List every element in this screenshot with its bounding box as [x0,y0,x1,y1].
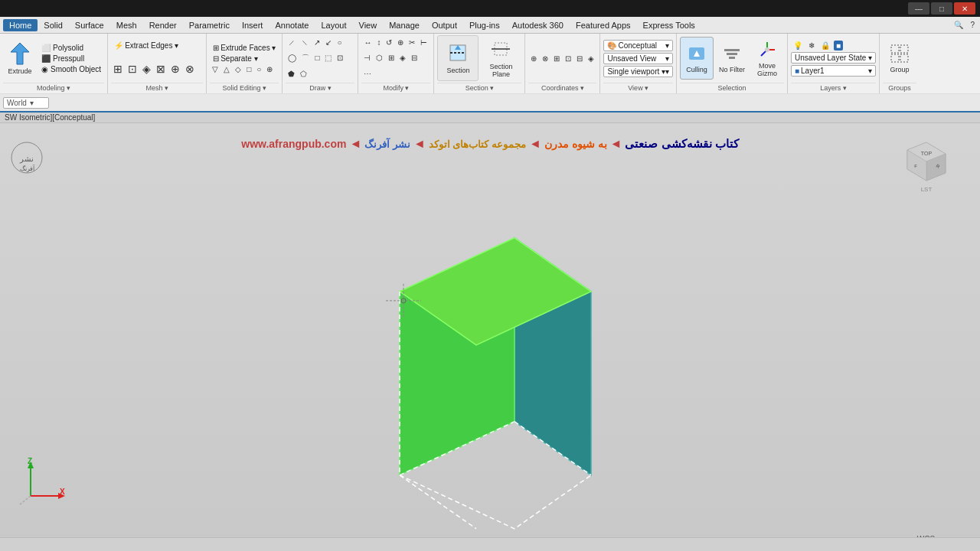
draw-icon3[interactable]: ↗ [312,37,322,47]
visual-style-dropdown[interactable]: 🎨 Conceptual ▾ [603,40,673,51]
smooth-btn[interactable]: ◉ Smooth Object [38,64,104,74]
coord-icon6[interactable]: ◈ [586,54,596,64]
layer-icon3[interactable]: 🔒 [818,41,832,51]
solid-icon2[interactable]: △ [221,64,232,74]
coord-icon1[interactable]: ⊕ [528,54,539,64]
menu-view[interactable]: View [353,19,384,31]
solid-icon3[interactable]: ◇ [233,64,243,74]
group-btn[interactable]: Group [883,37,916,80]
layer-icon4[interactable]: ■ [834,41,843,51]
solid-icon5[interactable]: ○ [254,64,263,74]
menu-output[interactable]: Output [426,19,463,31]
view-label[interactable]: View ▾ [603,83,673,92]
draw-icon8[interactable]: □ [312,53,322,63]
modify-icon1[interactable]: ↔ [361,37,374,47]
draw-icon1[interactable]: ⟋ [286,37,298,47]
modify-label[interactable]: Modify ▾ [361,83,430,92]
solid-editing-label[interactable]: Solid Editing ▾ [210,83,279,92]
mesh-icon5[interactable]: ⊕ [168,62,182,76]
mesh-icon2[interactable]: ⊡ [126,62,139,76]
saved-view-dropdown[interactable]: Unsaved View ▾ [603,53,673,64]
coordinates-label[interactable]: Coordinates ▾ [528,83,596,92]
viewport-dropdown[interactable]: Single viewport ▾ ▾ [603,66,673,77]
coord-icon2[interactable]: ⊗ [540,54,550,64]
solid-icon4[interactable]: □ [244,64,253,74]
maximize-btn[interactable]: □ [931,2,952,15]
modify-icon5[interactable]: ✂ [407,37,417,47]
draw-icon6[interactable]: ◯ [286,53,299,63]
menu-parametric[interactable]: Parametric [183,19,236,31]
mesh-icon3[interactable]: ◈ [140,62,153,76]
modify-icon8[interactable]: ⬡ [374,53,385,63]
menu-layout[interactable]: Layout [315,19,352,31]
menu-render[interactable]: Render [143,19,183,31]
layer-dropdown[interactable]: ■ Layer1 ▾ [791,65,876,77]
modify-icon11[interactable]: ⊟ [409,53,420,63]
modeling-label[interactable]: Modeling ▾ [3,83,104,92]
menu-home[interactable]: Home [3,19,38,31]
svg-rect-17 [891,54,899,62]
draw-icon7[interactable]: ⌒ [299,52,312,64]
coord-icon4[interactable]: ⊡ [563,54,573,64]
layer-state-dropdown[interactable]: Unsaved Layer State ▾ [791,52,876,64]
world-dropdown[interactable]: World ▾ [3,97,49,109]
draw-icon5[interactable]: ○ [335,37,344,47]
menu-plugins[interactable]: Plug-ins [463,19,506,31]
menu-express[interactable]: Express Tools [637,19,701,31]
menu-surface[interactable]: Surface [69,19,110,31]
extrude-faces-btn[interactable]: ⊞ Extrude Faces ▾ [210,43,279,53]
presspull-btn[interactable]: ⬛ Presspull [38,54,104,64]
no-filter-btn[interactable]: No Filter [715,37,749,80]
extrude-btn[interactable]: Extrude [3,37,37,80]
menu-insert[interactable]: Insert [236,19,270,31]
draw-icon2[interactable]: ⟍ [299,37,311,47]
polysolid-btn[interactable]: ⬜ Polysolid [38,43,104,53]
search-btn[interactable]: 🔍 [952,20,965,30]
draw-icon12[interactable]: ⬠ [298,69,309,79]
nav-cube[interactable]: TOP R F LST [903,139,949,193]
draw-icon10[interactable]: ⊡ [335,53,345,63]
modify-icon12[interactable]: ⋯ [361,69,374,79]
section-plane-btn[interactable]: Section Plane [480,35,521,81]
move-gizmo-btn[interactable]: Move Gizmo [750,37,784,80]
modify-icon7[interactable]: ⊣ [361,53,373,63]
menu-manage[interactable]: Manage [383,19,426,31]
layer-icon1[interactable]: 💡 [791,41,805,51]
menu-autodesk360[interactable]: Autodesk 360 [506,19,570,31]
3d-viewport[interactable]: کتاب نقشه‌کشی صنعتی ◄ به شیوه مدرن ◄ مجم… [0,123,980,551]
menu-solid[interactable]: Solid [38,19,68,31]
modify-icon3[interactable]: ↺ [384,37,394,47]
mesh-icon4[interactable]: ⊠ [154,62,168,76]
culling-btn[interactable]: Culling [680,37,714,80]
section-btn[interactable]: Section [437,35,479,81]
mesh-icon6[interactable]: ⊗ [183,62,197,76]
menu-featured[interactable]: Featured Apps [570,19,637,31]
draw-icon9[interactable]: ⬚ [322,53,334,63]
section-label[interactable]: Section ▾ [437,83,521,92]
layer-icon2[interactable]: ❄ [806,41,817,51]
draw-icon4[interactable]: ↙ [323,37,334,47]
mesh-icon1[interactable]: ⊞ [111,62,125,76]
menu-mesh[interactable]: Mesh [110,19,143,31]
modify-icon9[interactable]: ⊞ [386,53,397,63]
wm-publisher: نشر آفرنگ [364,139,410,150]
solid-icon1[interactable]: ▽ [210,64,220,74]
coord-icon5[interactable]: ⊟ [574,54,585,64]
modify-icon10[interactable]: ◈ [397,53,408,63]
coord-icon3[interactable]: ⊞ [551,54,562,64]
close-btn[interactable]: ✕ [954,2,975,15]
draw-label[interactable]: Draw ▾ [286,83,354,92]
extract-edges-btn[interactable]: ⚡ Extract Edges ▾ [111,41,181,51]
main-viewport[interactable]: کتاب نقشه‌کشی صنعتی ◄ به شیوه مدرن ◄ مجم… [0,123,980,551]
menu-annotate[interactable]: Annotate [269,19,315,31]
solid-icon6[interactable]: ⊕ [264,64,275,74]
minimize-btn[interactable]: — [908,2,929,15]
mesh-label[interactable]: Mesh ▾ [111,83,203,92]
modify-icon6[interactable]: ⊢ [418,37,430,47]
draw-icon11[interactable]: ⬟ [286,69,297,79]
info-btn[interactable]: ? [968,20,977,30]
separate-btn[interactable]: ⊟ Separate ▾ [210,54,279,64]
modify-icon2[interactable]: ↕ [374,37,383,47]
layers-label[interactable]: Layers ▾ [791,83,876,92]
modify-icon4[interactable]: ⊕ [395,37,406,47]
